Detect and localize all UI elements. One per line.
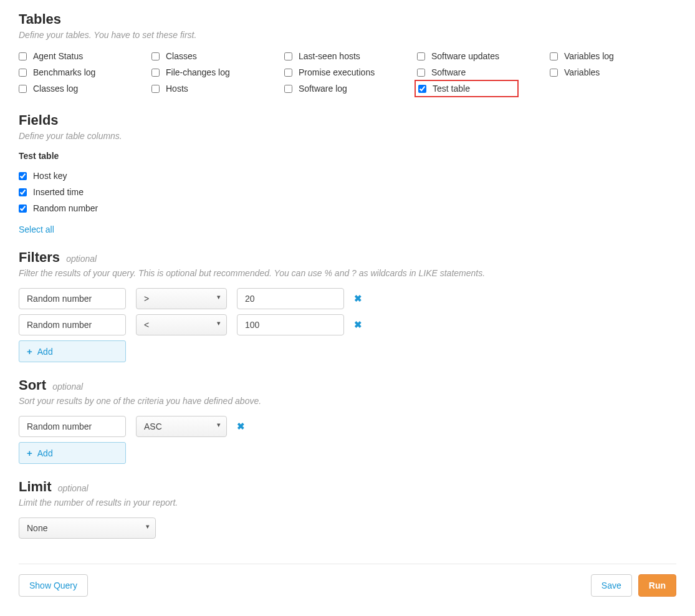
table-checkbox-item[interactable]: Test table <box>415 80 519 97</box>
limit-title: Limit optional <box>19 479 676 495</box>
table-label: Software log <box>299 84 347 94</box>
sort-subtitle: Sort your results by one of the criteria… <box>19 396 676 406</box>
show-query-button[interactable]: Show Query <box>19 574 88 597</box>
field-checkbox[interactable] <box>19 205 27 213</box>
tables-grid: Agent StatusBenchmarks logClasses logCla… <box>19 50 676 95</box>
sort-field-input[interactable] <box>19 416 126 437</box>
table-checkbox[interactable] <box>417 52 425 60</box>
table-label: Software <box>431 67 466 77</box>
sort-direction-select[interactable]: ASC <box>136 416 227 437</box>
table-checkbox-item[interactable]: File-changes log <box>151 66 278 79</box>
filter-value-input[interactable] <box>237 314 344 335</box>
fields-section: Fields Define your table columns. Test t… <box>19 112 676 234</box>
sort-optional: optional <box>52 382 83 392</box>
limit-subtitle: Limit the number of results in your repo… <box>19 498 676 508</box>
table-checkbox[interactable] <box>19 52 27 60</box>
table-checkbox-item[interactable]: Classes log <box>19 82 145 95</box>
filter-field-input[interactable] <box>19 314 126 335</box>
table-checkbox-item[interactable]: Benchmarks log <box>19 66 145 79</box>
table-label: Software updates <box>431 51 499 61</box>
select-all-link[interactable]: Select all <box>19 224 54 234</box>
limit-section: Limit optional Limit the number of resul… <box>19 479 676 539</box>
table-label: Hosts <box>166 84 188 94</box>
limit-select[interactable]: None <box>19 517 156 539</box>
fields-subtitle: Define your table columns. <box>19 131 676 141</box>
field-label: Random number <box>33 203 98 213</box>
table-checkbox-item[interactable]: Hosts <box>151 82 278 95</box>
table-checkbox[interactable] <box>418 85 426 93</box>
table-checkbox[interactable] <box>19 69 27 77</box>
add-sort-button[interactable]: + Add <box>19 442 126 464</box>
filter-value-input[interactable] <box>237 288 344 309</box>
plus-icon: + <box>27 346 32 357</box>
divider <box>19 564 676 564</box>
table-checkbox-item[interactable]: Agent Status <box>19 50 145 62</box>
field-checkbox-item[interactable]: Inserted time <box>19 186 676 198</box>
filter-operator-select[interactable]: > <box>136 288 227 309</box>
tables-title: Tables <box>19 11 676 27</box>
limit-optional: optional <box>58 483 89 493</box>
table-checkbox-item[interactable]: Classes <box>151 50 278 62</box>
table-label: Variables <box>564 67 600 77</box>
filters-rows: >✖<✖ <box>19 288 676 335</box>
add-filter-button[interactable]: + Add <box>19 340 126 362</box>
table-checkbox[interactable] <box>284 69 292 77</box>
save-button[interactable]: Save <box>591 574 632 597</box>
table-checkbox-item[interactable]: Software <box>417 66 544 79</box>
table-checkbox[interactable] <box>19 85 27 93</box>
table-checkbox-item[interactable]: Software log <box>284 82 411 95</box>
table-checkbox[interactable] <box>550 52 558 60</box>
filter-operator-select[interactable]: < <box>136 314 227 335</box>
remove-filter-icon[interactable]: ✖ <box>354 293 362 304</box>
tables-subtitle: Define your tables. You have to set thes… <box>19 30 676 40</box>
field-checkbox-item[interactable]: Host key <box>19 170 676 182</box>
sort-rows: ASC✖ <box>19 416 676 437</box>
sort-section: Sort optional Sort your results by one o… <box>19 377 676 464</box>
field-label: Host key <box>33 171 67 181</box>
filter-row: >✖ <box>19 288 676 309</box>
field-checkbox-item[interactable]: Random number <box>19 202 676 214</box>
fields-title: Fields <box>19 112 676 128</box>
table-checkbox-item[interactable]: Promise executions <box>284 66 411 79</box>
table-checkbox[interactable] <box>151 69 160 77</box>
footer-right: Save Run <box>591 574 676 597</box>
table-label: Variables log <box>564 51 614 61</box>
sort-row: ASC✖ <box>19 416 676 437</box>
limit-title-text: Limit <box>19 479 52 494</box>
table-checkbox-item[interactable]: Software updates <box>417 50 544 62</box>
remove-sort-icon[interactable]: ✖ <box>237 421 245 432</box>
table-checkbox[interactable] <box>151 52 160 60</box>
plus-icon: + <box>27 448 32 458</box>
table-checkbox[interactable] <box>151 85 160 93</box>
tables-section: Tables Define your tables. You have to s… <box>19 11 676 95</box>
table-label: Test table <box>433 84 470 94</box>
table-checkbox-item[interactable]: Variables log <box>550 50 676 62</box>
filter-row: <✖ <box>19 314 676 335</box>
filters-title-text: Filters <box>19 249 60 265</box>
filter-field-input[interactable] <box>19 288 126 309</box>
filters-optional: optional <box>66 254 97 264</box>
table-label: Last-seen hosts <box>299 51 360 61</box>
remove-filter-icon[interactable]: ✖ <box>354 319 362 330</box>
field-label: Inserted time <box>33 187 84 197</box>
table-checkbox[interactable] <box>550 69 558 77</box>
table-checkbox[interactable] <box>284 85 292 93</box>
table-checkbox[interactable] <box>284 52 292 60</box>
filters-section: Filters optional Filter the results of y… <box>19 249 676 362</box>
table-label: Classes log <box>33 84 78 94</box>
add-sort-label: Add <box>37 448 53 458</box>
table-checkbox[interactable] <box>417 69 425 77</box>
sort-title-text: Sort <box>19 377 46 393</box>
add-filter-label: Add <box>37 347 53 357</box>
table-checkbox-item[interactable]: Variables <box>550 66 676 79</box>
fields-group-title: Test table <box>19 151 676 161</box>
table-checkbox-item[interactable]: Last-seen hosts <box>284 50 411 62</box>
sort-title: Sort optional <box>19 377 676 393</box>
table-label: Classes <box>166 51 197 61</box>
run-button[interactable]: Run <box>638 574 676 597</box>
filters-title: Filters optional <box>19 249 676 266</box>
fields-list: Host keyInserted timeRandom number <box>19 170 676 214</box>
field-checkbox[interactable] <box>19 188 27 196</box>
field-checkbox[interactable] <box>19 172 27 180</box>
table-label: File-changes log <box>166 67 230 77</box>
